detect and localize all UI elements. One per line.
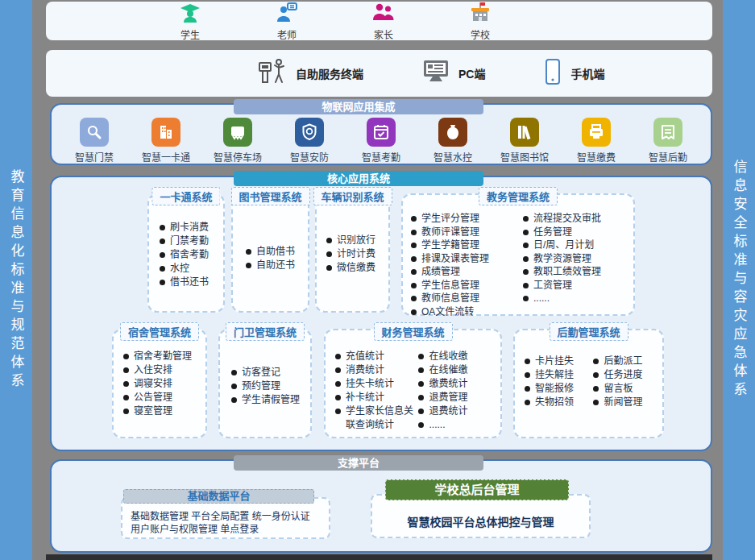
iot-library: 智慧图书馆: [493, 118, 556, 164]
bullet-dot: [523, 230, 529, 235]
bullet-dot: [523, 243, 529, 248]
bullet-text: 成绩管理: [421, 265, 523, 279]
system-feature-list: 学生评分管理教师评课管理学生学籍管理排课及课表管理成绩管理学生信息管理教师信息管…: [411, 212, 523, 318]
bullet-text: 挂失卡统计: [346, 377, 418, 391]
phone-icon: [543, 58, 562, 89]
access-terminals-row: 自助服务终端 PC端 手机端: [46, 50, 712, 97]
system-finance: 财务管理系统 充值统计消费统计挂失卡统计补卡统计学生家长信息关联查询统计 在线收…: [324, 329, 502, 438]
bullet-item: 学生学籍管理: [411, 239, 523, 252]
kiosk-icon: [257, 56, 288, 90]
bullet-dot: [335, 367, 341, 373]
iot-payment: 智慧缴费: [565, 118, 628, 164]
bullet-text: 宿舍考勤: [170, 248, 220, 262]
bullet-item: 学生请假管理: [231, 393, 309, 407]
role-parents: 家长: [348, 1, 419, 41]
bullet-text: 门禁考勤: [170, 234, 220, 248]
bullet-item: 补卡统计: [335, 391, 418, 404]
iot-label: 智慧门禁: [75, 150, 114, 164]
bullet-text: 消费统计: [346, 363, 418, 377]
system-feature-list: 刷卡消费门禁考勤宿舍考勤水控借书还书: [160, 221, 220, 289]
bullet-dot: [160, 266, 165, 272]
bullet-item: 学生信息管理: [411, 279, 523, 292]
system-title: 一卡通系统: [151, 187, 220, 205]
system-feature-list: 卡片挂失挂失解挂智能报修失物招领: [525, 355, 593, 409]
bullet-item: 挂失解挂: [525, 368, 593, 382]
role-label: 学生: [180, 27, 200, 41]
attendance-icon: [367, 118, 396, 147]
parking-icon: [223, 118, 252, 147]
bullet-dot: [593, 372, 599, 378]
school-admin-box: 智慧校园平台总体把控与管理: [371, 494, 591, 538]
bullet-text: 工资管理: [533, 279, 632, 292]
bullet-item: 任务进度: [593, 368, 661, 382]
system-logistics: 后勤管理系统 卡片挂失挂失解挂智能报修失物招领 后勤派工任务进度留言板新闻管理: [513, 329, 664, 438]
bullet-text: 学生请假管理: [242, 393, 309, 407]
school-admin-banner: 学校总后台管理: [385, 479, 569, 500]
bullet-item: 工资管理: [523, 279, 632, 292]
system-title: 图书管理系统: [230, 187, 309, 205]
bullet-text: OA文件流转: [421, 305, 523, 319]
onecard-icon: [151, 118, 180, 147]
bullet-dot: [160, 239, 165, 244]
bullet-item: 留言板: [593, 382, 661, 396]
bullet-dot: [411, 243, 417, 248]
bullet-item: 充值统计: [335, 350, 418, 363]
bullet-text: 教职工绩效管理: [533, 265, 632, 279]
bullet-dot: [123, 395, 129, 400]
bullet-dot: [523, 216, 529, 222]
right-security-bar: 信息安全标准与容灾应急体系: [723, 0, 755, 560]
bullet-item: OA文件流转: [411, 305, 523, 319]
bullet-item: 识别放行: [326, 234, 385, 247]
bullet-item: 退费统计: [418, 404, 499, 418]
bullet-item: 智能报修: [525, 382, 593, 396]
bullet-item: 公告管理: [123, 391, 204, 404]
bullet-text: 退费统计: [429, 404, 499, 418]
bullet-dot: [525, 386, 530, 392]
iot-parking: 智慧停车场: [206, 118, 269, 164]
security-icon: [295, 118, 324, 147]
iot-access-control: 智慧门禁: [63, 118, 126, 164]
user-roles-row: 学生 老师 家长 学校: [46, 2, 712, 40]
system-library: 图书管理系统 自助借书自助还书: [231, 193, 309, 313]
iot-section-banner: 物联网应用集成: [234, 99, 483, 114]
bullet-dot: [123, 409, 129, 414]
bullet-item: 借书还书: [160, 276, 220, 289]
right-security-label: 信息安全标准与容灾应急体系: [729, 160, 749, 400]
terminal-label: PC端: [458, 65, 485, 81]
bullet-text: ......: [429, 418, 499, 432]
system-feature-list: 识别放行计时计费微信缴费: [326, 234, 385, 275]
bullet-text: 宿舍考勤管理: [134, 350, 204, 363]
bullet-dot: [335, 354, 341, 359]
bullet-item: 日/周、月计划: [523, 239, 632, 252]
iot-label: 智慧后勤: [649, 150, 687, 164]
system-feature-list: 访客登记预约管理学生请假管理: [231, 366, 309, 407]
iot-onecard: 智慧一卡通: [135, 118, 197, 164]
bullet-item: 教师信息管理: [411, 292, 523, 305]
support-platform-banner: 支撑平台: [234, 455, 483, 471]
iot-label: 智慧一卡通: [142, 150, 190, 164]
bullet-text: 学生评分管理: [421, 212, 523, 226]
bullet-text: 日/周、月计划: [533, 239, 632, 252]
left-standards-bar: 教育信息化标准与规范体系: [0, 0, 32, 560]
bullet-text: 在线催缴: [429, 363, 499, 377]
bullet-dot: [160, 252, 165, 258]
iot-label: 智慧安防: [290, 150, 329, 164]
bullet-text: 教师评课管理: [421, 226, 523, 239]
role-teacher: 老师: [251, 1, 322, 41]
bullet-text: 识别放行: [337, 234, 385, 247]
bullet-dot: [335, 395, 341, 400]
pc-icon: [421, 59, 450, 88]
terminal-mobile: 手机端: [543, 58, 604, 89]
bullet-item: 退费管理: [418, 391, 499, 404]
bullet-text: 智能报修: [535, 382, 593, 396]
system-feature-list: 充值统计消费统计挂失卡统计补卡统计学生家长信息关联查询统计: [335, 350, 418, 432]
bullet-dot: [326, 265, 332, 271]
role-label: 老师: [277, 27, 297, 41]
school-icon: [469, 1, 492, 27]
bullet-item: 入住安排: [123, 363, 204, 377]
bullet-text: 留言板: [604, 382, 661, 396]
bullet-dot: [335, 409, 341, 414]
system-feature-list: 自助借书自助还书: [246, 245, 305, 272]
iot-label: 智慧水控: [434, 150, 472, 164]
role-label: 学校: [471, 27, 490, 41]
